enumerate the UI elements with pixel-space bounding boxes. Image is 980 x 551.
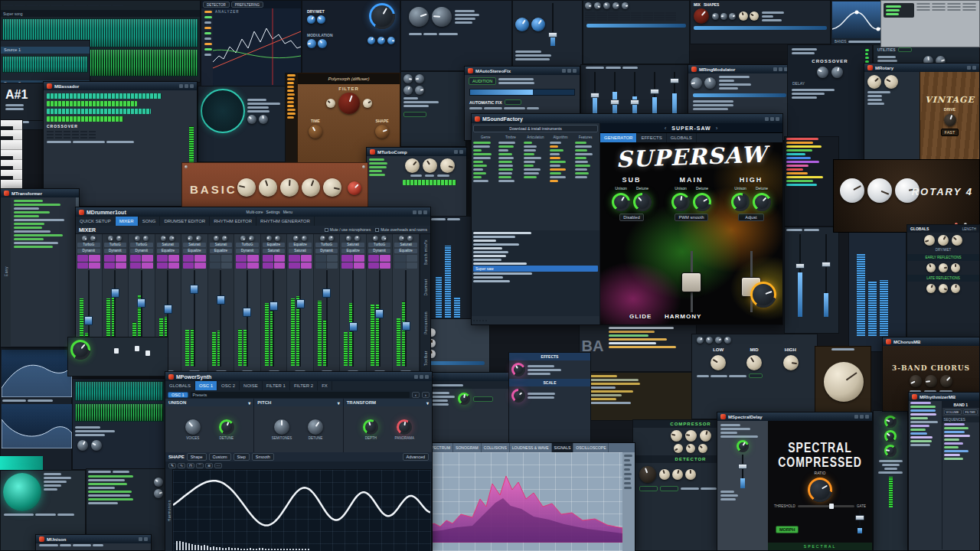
side-tab-easy[interactable]: Easy (4, 266, 8, 276)
filter-tab[interactable]: FILTER (963, 409, 978, 415)
knob[interactable] (674, 444, 683, 453)
knob[interactable] (415, 74, 424, 83)
high-unison-knob[interactable] (731, 193, 750, 211)
patch-cell[interactable] (585, 19, 596, 21)
channel-fader[interactable] (164, 305, 172, 314)
tab-rhythm-editor[interactable]: RHYTHM EDITOR (210, 217, 256, 226)
harmonic-bar[interactable] (207, 546, 208, 550)
channel-fx-label[interactable]: TurboG (104, 243, 127, 247)
fader[interactable] (795, 234, 805, 317)
titlebar-menu-item[interactable]: Multi-core (247, 210, 263, 214)
pencil-icon[interactable]: ✎ (168, 463, 176, 468)
side-tab-batch[interactable]: Batch mix/fx (423, 240, 428, 265)
channel-cell[interactable] (368, 255, 379, 262)
next-preset-button[interactable]: › (422, 392, 430, 398)
matrix-cell[interactable] (80, 137, 87, 139)
harmonic-bar[interactable] (210, 547, 211, 550)
mod-knob[interactable] (70, 340, 90, 360)
shape-waveform-display[interactable] (172, 469, 432, 551)
audio-waveform[interactable] (75, 403, 164, 422)
knob[interactable] (659, 469, 670, 480)
channel-knob[interactable] (249, 236, 254, 241)
harmonic-bar[interactable] (271, 549, 273, 550)
tab-globals[interactable]: GLOBALS (667, 133, 697, 142)
toolbar-button[interactable] (76, 5, 87, 6)
window-buttons[interactable] (454, 150, 463, 154)
fast-button[interactable]: FAST (941, 129, 959, 136)
mspectraldelay-titlebar[interactable]: MSpectralDelay (717, 412, 872, 421)
channel-fx-label[interactable]: Saturati (183, 243, 206, 247)
channel-knob[interactable] (320, 236, 325, 241)
knob[interactable] (951, 263, 960, 272)
harmonic-bar[interactable] (280, 549, 282, 550)
channel-fader[interactable] (217, 295, 225, 305)
harmonic-bar[interactable] (265, 549, 266, 550)
knob[interactable] (307, 15, 315, 24)
list-item[interactable] (203, 10, 211, 14)
step-icon[interactable]: ⊓ (187, 463, 194, 468)
knob[interactable] (531, 18, 545, 31)
source-1-header[interactable]: Source 1 (1, 47, 90, 54)
channel-fx-label[interactable]: TurboG (368, 243, 391, 247)
harmony-knob[interactable] (750, 282, 776, 308)
tab-filter-1[interactable]: FILTER 1 (263, 381, 290, 390)
list-item[interactable] (942, 457, 979, 461)
channel-cell[interactable] (168, 255, 179, 262)
channel-fx-label[interactable]: Dynamit (315, 249, 338, 253)
harmonic-bar[interactable] (259, 548, 260, 550)
matrix-cell[interactable] (72, 134, 79, 135)
knob[interactable] (926, 263, 936, 272)
list-item[interactable] (607, 345, 694, 349)
harmonic-bar[interactable] (182, 542, 184, 550)
side-tab-toolbar[interactable]: Toolbar (423, 350, 428, 366)
main-detune-knob[interactable] (693, 193, 711, 211)
channel-cell[interactable] (341, 262, 352, 269)
device-key[interactable] (962, 6, 976, 8)
mautostereofix-titlebar[interactable]: MAutoStereoFix (465, 67, 580, 75)
piano-key-white[interactable] (1, 150, 22, 160)
channel-cell[interactable] (77, 255, 88, 262)
channel-fader[interactable] (322, 289, 331, 298)
matrix-cell[interactable] (55, 137, 62, 139)
side-tab-drumset[interactable]: Drumset (423, 279, 428, 295)
channel-fx-label[interactable]: Saturati (341, 243, 364, 247)
knob[interactable] (154, 478, 163, 487)
scale-knob[interactable] (511, 389, 525, 403)
detector-knob[interactable] (639, 466, 656, 483)
harmonic-bar[interactable] (216, 547, 217, 550)
preset-bar[interactable]: ‹ SUPER-SAW › (600, 123, 782, 133)
waves-icon[interactable]: ≋ (205, 463, 213, 468)
volume-tab[interactable]: VOLUME (944, 409, 962, 415)
knob[interactable] (884, 416, 897, 428)
presets-field[interactable]: Presets (191, 392, 410, 398)
sub-mode-button[interactable]: Disabled (619, 214, 643, 221)
step-button[interactable]: Step (234, 453, 250, 461)
piano-key-white[interactable] (1, 170, 22, 180)
list-item[interactable] (785, 183, 838, 187)
mbassador-titlebar[interactable]: MBassador (44, 82, 197, 90)
drywet-knob[interactable] (369, 3, 395, 29)
patch-cell[interactable] (619, 15, 630, 16)
knob[interactable] (910, 375, 922, 387)
channel-cell[interactable] (104, 255, 115, 262)
window-buttons[interactable] (765, 117, 779, 121)
channel-cell[interactable] (210, 262, 220, 269)
knob[interactable] (247, 115, 256, 124)
device-key[interactable] (947, 3, 961, 5)
channel-cell[interactable] (142, 255, 152, 262)
pitch-detune-knob[interactable] (308, 419, 323, 435)
channel-fx-label[interactable]: TurboG (77, 243, 100, 247)
detector-mode-button[interactable] (639, 486, 658, 491)
patch-cell[interactable] (654, 19, 665, 21)
harmonic-bar[interactable] (222, 548, 224, 550)
harmonic-bar[interactable] (201, 546, 202, 550)
channel-cell[interactable] (341, 255, 352, 262)
channel-fx-label[interactable]: TurboG (315, 243, 338, 247)
piano-key-white[interactable] (1, 120, 22, 130)
matrix-cell[interactable] (72, 137, 79, 139)
knob[interactable] (515, 18, 529, 31)
channel-fx-label[interactable]: TurboG (236, 243, 259, 247)
matrix-cell[interactable] (47, 134, 54, 135)
patch-cell[interactable] (665, 12, 676, 14)
mrotary-titlebar[interactable]: MRotary (864, 64, 979, 72)
